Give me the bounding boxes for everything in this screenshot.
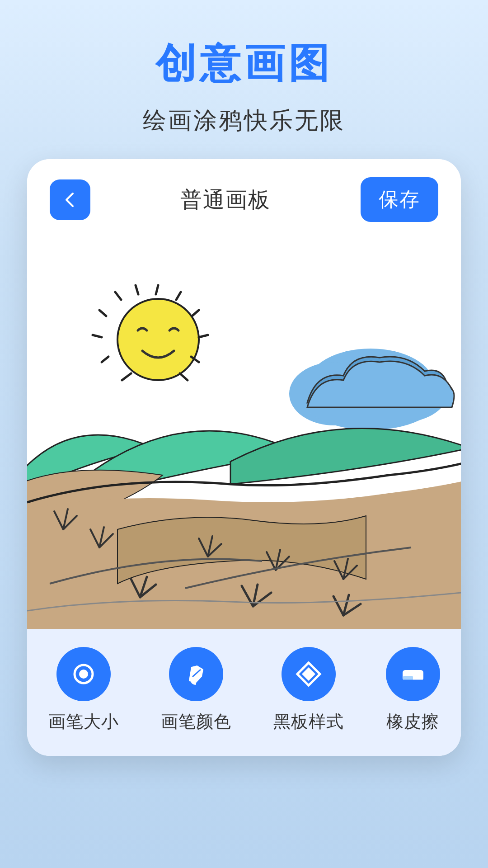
back-button[interactable] (50, 179, 90, 220)
board-style-icon (295, 660, 322, 688)
eraser-icon (399, 660, 427, 688)
pen-size-label: 画笔大小 (48, 710, 119, 733)
canvas-area[interactable] (27, 240, 461, 629)
board-style-icon-bg (282, 647, 336, 701)
tool-eraser[interactable]: 橡皮擦 (386, 647, 440, 733)
pen-color-icon-bg (169, 647, 223, 701)
tool-board-style[interactable]: 黑板样式 (273, 647, 344, 733)
save-button[interactable]: 保存 (361, 177, 438, 222)
back-icon (61, 191, 79, 209)
pen-size-icon (70, 660, 97, 688)
board-style-label: 黑板样式 (273, 710, 344, 733)
svg-point-6 (117, 299, 199, 380)
tool-pen-size[interactable]: 画笔大小 (48, 647, 119, 733)
svg-point-44 (79, 670, 88, 679)
pen-color-icon (183, 660, 210, 688)
drawing-canvas (27, 240, 461, 629)
sub-title: 绘画涂鸦快乐无限 (0, 105, 488, 137)
toolbar: 画笔大小 画笔颜色 黑板样式 (27, 629, 461, 756)
eraser-label: 橡皮擦 (386, 710, 439, 733)
svg-marker-47 (302, 667, 315, 681)
pen-size-icon-bg (56, 647, 111, 701)
main-title: 创意画图 (0, 36, 488, 91)
tool-pen-color[interactable]: 画笔颜色 (161, 647, 231, 733)
pen-color-label: 画笔颜色 (161, 710, 231, 733)
card-header: 普通画板 保存 (27, 159, 461, 240)
header-section: 创意画图 绘画涂鸦快乐无限 (0, 0, 488, 159)
drawing-card: 普通画板 保存 (27, 159, 461, 756)
eraser-icon-bg (386, 647, 440, 701)
card-title: 普通画板 (180, 185, 271, 214)
